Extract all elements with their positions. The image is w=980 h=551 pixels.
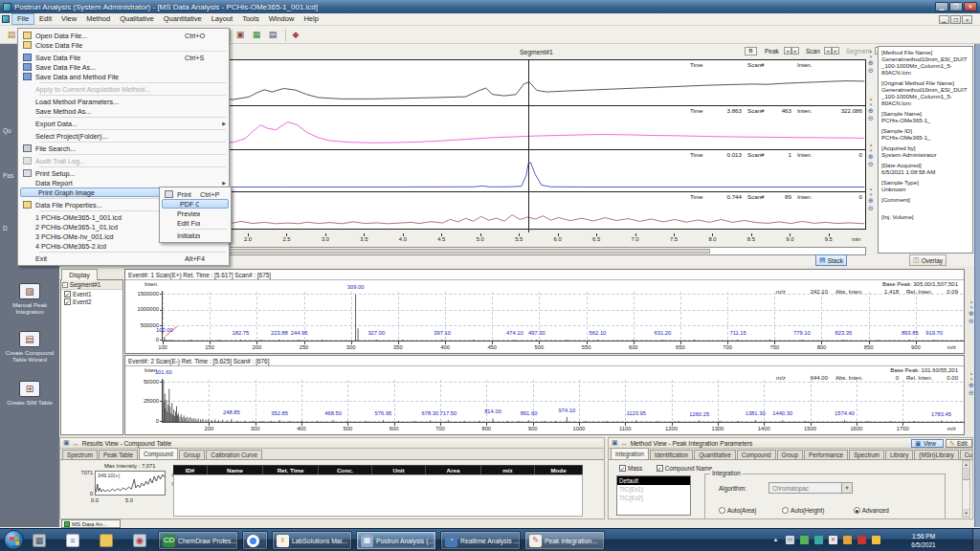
tab-compound[interactable]: Compound [139,448,178,459]
list-item-default[interactable]: Default [617,476,690,485]
taskbar-button-chemdraw-profes[interactable]: CDChemDraw Profes... [158,531,238,550]
toolbar-icon[interactable]: ▦ [250,28,263,41]
menubar-item-layout[interactable]: Layout [207,13,238,25]
menubar-item-method[interactable]: Method [81,13,115,25]
toolbar-icon[interactable]: ▤ [5,28,18,41]
menubar-item-file[interactable]: File [11,13,34,25]
tab-display[interactable]: Display [61,269,98,280]
swap-icon[interactable]: ↔ [73,440,79,447]
document-tab[interactable]: MS Data An... [61,519,121,528]
menu-item-save-method-as[interactable]: Save Method As... [18,106,229,116]
checkbox-event2[interactable]: ✓ [64,298,71,305]
radio-advanced[interactable] [854,507,860,514]
column-header-ret-time[interactable]: Ret. Time [263,465,319,474]
column-header-m-z[interactable]: m/z [481,465,535,474]
start-button[interactable] [4,530,24,550]
event-row-event1[interactable]: ✓Event1 [61,290,122,298]
spectrum-plot[interactable]: 150000010000005000000Inten.102.00182.752… [125,280,964,353]
dock-icon[interactable]: ▣ [612,439,618,447]
view-button[interactable]: ▣ View [911,439,944,448]
checkbox-compound-name[interactable]: ✓ [657,465,663,472]
menu-item-save-data-file-as[interactable]: Save Data File As... [18,62,229,72]
zoom-out-icon[interactable]: ⊖ [865,205,877,212]
zoom-in-icon[interactable]: ⊕ [865,197,877,205]
chromatogram-panel-2[interactable]: Time3.863Scan#463Inten.322,086 [124,105,866,150]
menubar-item-qualitative[interactable]: Qualitative [115,13,158,25]
menu-item-preview[interactable]: Preview... [160,209,231,218]
radio-auto-area[interactable] [719,507,725,514]
tab-peak-table[interactable]: Peak Table [99,450,138,459]
column-header-unit[interactable]: Unit [372,465,426,474]
peak-spinner[interactable]: ◂▸ [784,47,799,55]
menu-item-apply-to-current-acquisition-method[interactable]: Apply to Current Acquisition Method... [18,84,229,94]
spin-right[interactable]: ▸ [791,47,799,55]
chromatogram-panel-4[interactable]: Time0.744Scan#89Inten.0 [124,191,866,230]
zoom-in-icon[interactable]: ⊕ [865,59,877,67]
dock-icon[interactable]: ▣ [63,439,70,447]
taskbar-clock[interactable]: 1:56 PM 6/5/2021 [898,532,949,549]
stack-button[interactable]: ▤ Stack [815,254,847,266]
spectrum-plot[interactable]: 50000250000Inten.101.60248.85352.85468.5… [125,366,964,434]
tab-compound[interactable]: Compound [737,450,776,459]
calculator-icon[interactable]: ▦ [33,534,46,547]
method-scrollbar[interactable]: ▴▾ [962,460,970,518]
taskbar-button-realtime-analysis[interactable]: ◔Realtime Analysis ... [440,531,521,550]
printer-icon[interactable]: ▭ [786,536,794,544]
menubar-item-edit[interactable]: Edit [34,13,56,25]
edit-button[interactable]: ✎ Edit [946,439,972,448]
retention-time-cursor[interactable] [528,59,529,232]
menu-item-file-search[interactable]: File Search... [18,143,229,153]
scroll-thumb[interactable] [963,469,969,480]
list-item-tic-ev2[interactable]: TIC(Ev2) [617,494,690,502]
folder-icon[interactable] [100,534,113,547]
chromatogram-panels[interactable]: TimeScan#Inten.Time3.863Scan#463Inten.32… [124,59,866,230]
tab-msn-library[interactable]: (MSn)Library [914,450,958,459]
toolbar-icon[interactable]: ▣ [234,28,247,41]
menu-item-edit-format[interactable]: Edit Format... [160,218,231,228]
tab-integration[interactable]: Integration [611,448,649,459]
mdi-minimize-button[interactable]: ▁ [939,15,949,24]
menu-item-open-data-file[interactable]: Open Data File...Ctrl+O [18,31,229,40]
tab-quantitative[interactable]: Quantitative [694,450,736,459]
sidebar-item-manual-peak-integration[interactable]: ▨Manual PeakIntegration [0,283,59,315]
checkbox-row-compound-name[interactable]: ✓Compound Name [654,464,712,472]
chromatogram-scrollbar[interactable] [124,247,866,255]
radio-row-auto-area[interactable]: Auto(Area) [719,507,756,514]
menubar-item-view[interactable]: View [56,13,81,25]
menu-item-save-data-file[interactable]: Save Data FileCtrl+S [18,53,229,62]
expander-icon[interactable]: - [62,282,68,288]
tab-group[interactable]: Group [777,450,804,459]
sidebar-item-create-sim-table[interactable]: ⊞Create SIM Table [0,381,59,406]
tab-custom[interactable]: Custom [960,450,973,459]
error-icon[interactable]: ✕ [829,536,837,544]
column-header-name[interactable]: Name [208,465,263,474]
tab-spectrum[interactable]: Spectrum [849,450,884,459]
swap-icon[interactable]: ↔ [621,440,628,447]
column-header-area[interactable]: Area [426,465,481,474]
chromatogram-panel-3[interactable]: Time0.013Scan#1Inten.0 [124,149,866,192]
radio-auto-height[interactable] [782,507,789,514]
toolbar-icon[interactable]: ▤ [266,28,279,41]
close-button[interactable]: ✕ [964,2,977,11]
network-icon[interactable] [800,536,809,544]
list-item-tic-ev1[interactable]: TIC(Ev1) [617,485,690,494]
menu-item-export-data[interactable]: Export Data...▶ [18,119,229,128]
menu-item-exit[interactable]: ExitAlt+F4 [18,253,229,263]
tab-calibration-curve[interactable]: Calibration Curve [206,450,262,459]
menu-item-print-setup[interactable]: Print Setup... [18,168,229,178]
zoom-in-icon[interactable]: ⊕ [865,153,877,161]
mini-chromatogram[interactable]: 349.10(+) [95,471,166,496]
menu-item-initialize-format[interactable]: Initialize Format [160,231,231,240]
sun-icon[interactable] [872,536,880,544]
menu-item-save-data-and-method-file[interactable]: Save Data and Method File [18,72,229,81]
zoom-out-icon[interactable]: ⊖ [865,67,877,75]
chromatogram-zoom-controls[interactable]: ▴▾⊕⊖▴▾⊕⊖▴▾⊕⊖▴▾⊕⊖ [865,46,877,253]
b-button[interactable]: B [745,47,757,55]
menu-item-pdf-output[interactable]: PDF Output... [162,199,229,209]
column-header-id[interactable]: ID# [173,465,208,474]
algorithm-dropdown[interactable]: Chromatopac▾ [768,482,853,494]
maximize-button[interactable]: ❐ [949,2,963,11]
scroll-down-icon[interactable]: ▾ [963,509,969,517]
menubar-item-window[interactable]: Window [264,13,300,25]
menu-item-audit-trail-log[interactable]: Audit Trail Log... [18,156,229,165]
